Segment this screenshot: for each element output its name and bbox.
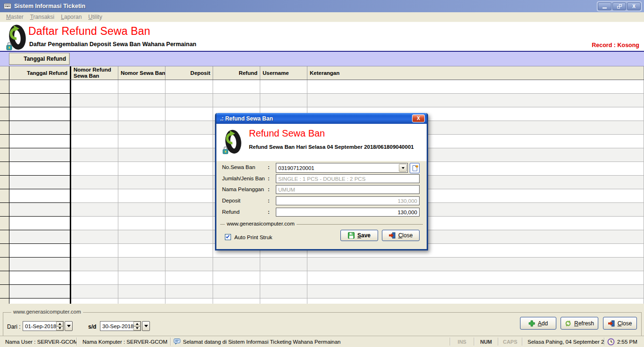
table-row[interactable] [0,258,644,271]
status-computer: Nama Komputer : SERVER-GCOM [77,336,170,347]
table-cell [0,176,9,189]
table-cell [165,189,213,203]
table-cell [165,285,213,299]
computer-icon [80,338,80,346]
table-cell [9,244,71,258]
status-time: 2:55 PM [604,336,644,347]
table-row[interactable] [0,94,644,107]
column-header-keterangan[interactable]: Keterangan [307,66,644,80]
table-cell [260,258,307,271]
table-cell [118,176,165,189]
date-to-dropdown-button[interactable] [142,321,150,331]
table-cell [307,80,644,94]
close-button[interactable]: Close [603,317,637,330]
save-icon [348,232,355,239]
menu-master[interactable]: Master [3,13,27,21]
table-cell [165,80,213,94]
table-cell [71,162,118,176]
minimize-button[interactable] [598,2,611,10]
table-cell [9,176,71,189]
nama-pelanggan-input [276,185,420,194]
field-label-refund: Refund [222,209,265,215]
date-from-label: Dari : [7,323,21,330]
table-cell [9,80,71,94]
bottom-panel: www.generasicomputer.com Dari : s/d [0,304,644,336]
menu-bar: Master Transaksi Laporan Utility [0,12,644,22]
dialog-close-button[interactable]: X [412,114,425,122]
dialog-header: Refund Sewa Ban Refund Sewa Ban Hari Sel… [216,124,427,161]
status-ins-indicator: INS [450,336,474,347]
date-to-spin-up-button[interactable] [133,322,140,326]
table-header-row: Tanggal Refund Nomor Refund Sewa Ban Nom… [0,66,644,80]
save-button[interactable]: Save [340,230,378,241]
date-to-spin-down-button[interactable] [133,326,140,331]
add-button[interactable]: Add [520,317,556,330]
table-cell [165,203,213,217]
no-sewa-ban-dropdown-button[interactable] [399,164,407,172]
table-cell [71,135,118,148]
date-from-spin-up-button[interactable] [56,322,63,326]
table-cell [260,271,307,285]
close-window-button[interactable]: X [627,2,641,10]
column-header-nomor-sewa-ban[interactable]: Nomor Sewa Ban [118,66,165,80]
column-header-deposit[interactable]: Deposit [165,66,213,80]
table-cell [118,271,165,285]
new-document-icon [412,165,418,171]
table-cell [0,162,9,176]
group-tanggal-refund-button[interactable]: Tanggal Refund [9,53,70,65]
date-from-dropdown-button[interactable] [65,321,73,331]
close-icon: X [417,116,420,121]
chevron-down-icon [67,325,71,327]
window-controls: X [597,1,642,11]
table-row[interactable] [0,299,644,304]
no-sewa-ban-input[interactable] [276,165,398,171]
column-header-refund[interactable]: Refund [213,66,260,80]
auto-print-checkbox[interactable] [225,234,231,240]
table-cell [165,176,213,189]
refresh-button[interactable]: Refresh [561,317,598,330]
table-cell [0,80,9,94]
table-cell [118,244,165,258]
table-cell [213,258,260,271]
dialog-subheading: Refund Sewa Ban Hari Selasa 04 September… [249,144,414,150]
table-row[interactable] [0,285,644,299]
page-title: Daftar Refund Sewa Ban [28,25,150,38]
column-header-username[interactable]: Username [260,66,307,80]
date-from-spin-down-button[interactable] [56,326,63,331]
table-cell [260,285,307,299]
application-window: Sistem Informasi Ticketin X Master Trans… [0,0,644,347]
refund-input[interactable] [276,208,420,217]
table-cell [9,135,71,148]
exit-door-icon [389,232,396,239]
table-cell [165,230,213,244]
date-from-input[interactable] [23,322,56,331]
table-cell [118,285,165,299]
table-cell [260,299,307,304]
column-header-nomor-refund-sewa-ban[interactable]: Nomor Refund Sewa Ban [71,66,118,80]
table-cell [118,258,165,271]
table-cell [71,107,118,121]
dialog-close-action-button[interactable]: Close [382,230,420,241]
menu-transaksi[interactable]: Transaksi [27,13,58,21]
restore-icon [617,4,622,8]
menu-laporan[interactable]: Laporan [58,13,85,21]
table-cell [118,189,165,203]
new-document-button[interactable] [410,163,420,173]
table-cell [0,230,9,244]
date-to-input[interactable] [100,322,133,331]
group-by-band: Tanggal Refund [0,52,644,66]
table-row[interactable] [0,80,644,94]
column-header-tanggal-refund[interactable]: Tanggal Refund [9,66,71,80]
table-row[interactable] [0,271,644,285]
tire-logo-icon [6,24,26,52]
plus-icon [528,320,535,327]
table-cell [118,80,165,94]
menu-utility[interactable]: Utility [85,13,105,21]
table-cell [9,299,71,304]
chevron-down-icon [144,325,148,327]
status-user: Nama User : SERVER-GCOM [0,336,76,347]
restore-button[interactable] [612,2,626,10]
table-cell [0,244,9,258]
table-cell [9,107,71,121]
clock-icon [607,338,615,346]
